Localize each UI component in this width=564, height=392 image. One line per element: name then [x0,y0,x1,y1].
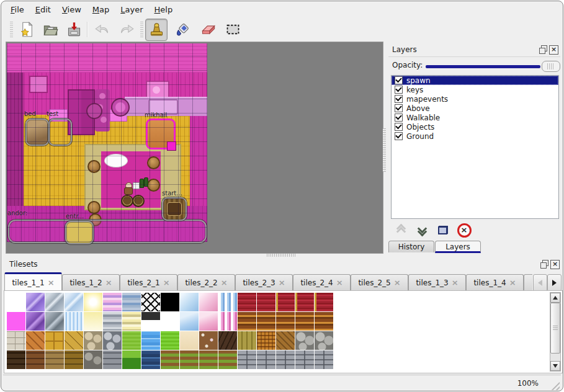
tile-cobble-gray[interactable] [103,331,122,350]
vertical-splitter[interactable] [383,42,387,252]
map-canvas[interactable]: bed test mikhail start... entr... andor: [7,43,207,242]
tile-drape-red-gold[interactable] [315,293,333,311]
layer-row[interactable]: Above [392,104,558,113]
raise-layer-button[interactable] [392,221,410,239]
tab-history[interactable]: History [388,241,434,252]
tile-wood-stripes[interactable] [276,312,295,331]
menu-edit[interactable]: Edit [30,3,56,16]
tile-glass-gray-dark[interactable] [45,312,64,331]
tile-stones-gray[interactable] [295,331,314,350]
tile-curtain-stripes-gray[interactable] [103,312,122,331]
tile-brick-gold[interactable] [65,350,83,369]
tile-stone-orange[interactable] [26,331,45,350]
tile-lattice[interactable] [141,293,160,311]
layer-visibility-checkbox[interactable] [395,132,403,140]
tile-curtain-stripes-pink[interactable] [103,293,122,311]
tile-tile-gold[interactable] [45,331,64,350]
tile-wood-stripes[interactable] [315,312,333,331]
map-object-bed[interactable] [25,118,49,146]
layer-visibility-checkbox[interactable] [395,86,403,94]
tileset-tab-tiles_1_4[interactable]: tiles_1_4× [466,274,524,290]
tab-close-icon[interactable]: × [336,280,343,286]
map-object-start[interactable] [162,197,187,221]
vertical-scrollbar[interactable] [550,292,561,372]
tile-curtain-stripes-steel[interactable] [122,293,141,311]
toolbar-drag-handle[interactable] [140,22,143,38]
menu-map[interactable]: Map [87,3,115,16]
splitter-grip[interactable] [383,128,386,172]
layer-row[interactable]: Walkable [392,113,558,122]
duplicate-layer-button[interactable] [434,221,452,239]
tile-stone-brick[interactable] [315,350,333,369]
tile-brick-dark[interactable] [7,350,25,369]
tile-shingles-dark[interactable] [218,331,237,350]
tile-curtain-blue-white[interactable] [218,293,237,311]
tile-water-dark[interactable] [141,350,160,369]
tab-close-icon[interactable]: × [163,280,170,286]
layer-row[interactable]: mapevents [392,94,558,104]
layer-visibility-checkbox[interactable] [395,76,403,84]
close-panel-icon[interactable]: × [550,260,560,269]
float-panel-icon[interactable] [540,260,548,268]
menu-file[interactable]: File [5,3,30,16]
tile-empty[interactable] [7,293,25,311]
close-panel-icon[interactable]: × [549,45,558,55]
tile-wood-stripes[interactable] [295,312,314,331]
scroll-down-button[interactable] [550,361,560,371]
tile-field-rows[interactable] [218,350,237,369]
map-object-test[interactable] [48,118,72,146]
tileset-tab-tiles_2_4[interactable]: tiles_2_4× [293,274,351,290]
tile-curtain-stripes-cream[interactable] [122,312,141,331]
tileset-tab-tiles_1_2[interactable]: tiles_1_2× [62,274,120,290]
menu-view[interactable]: View [56,3,87,16]
tile-water-blue[interactable] [141,331,160,350]
tile-field-rows[interactable] [199,350,218,369]
tab-close-icon[interactable]: × [509,280,516,286]
bucket-fill-button[interactable] [172,19,194,40]
menu-layer[interactable]: Layer [115,3,148,16]
tab-close-icon[interactable]: × [221,280,228,286]
tile-field-rows[interactable] [180,350,199,369]
tileset-tab-tiles_1_1[interactable]: tiles_1_1× [4,272,62,290]
tile-drape-red-gold[interactable] [295,293,314,311]
layer-visibility-checkbox[interactable] [395,123,403,131]
tab-close-icon[interactable]: × [394,280,401,286]
tile-drape-red-gold[interactable] [276,293,295,311]
lower-layer-button[interactable] [413,221,431,239]
scrollbar-thumb[interactable] [550,303,560,354]
layer-list[interactable]: spawnkeysmapeventsAboveWalkableObjectsGr… [391,75,559,219]
map-object-entrance[interactable] [65,221,94,244]
eraser-button[interactable] [197,19,218,40]
opacity-slider-handle[interactable] [542,61,560,72]
resize-grip[interactable] [550,380,560,390]
tile-pavement-gray[interactable] [7,331,25,350]
tab-close-icon[interactable]: × [105,280,112,286]
toolbar-drag-handle[interactable] [10,22,13,38]
tile-bright-magenta[interactable] [7,312,25,331]
float-panel-icon[interactable] [539,45,547,53]
tab-scroll-left-button[interactable] [533,274,547,292]
map-object-zone[interactable] [8,220,207,243]
tile-herringbone[interactable] [276,331,295,350]
tile-pane-pink[interactable] [199,293,218,311]
tile-pane-blue[interactable] [180,293,199,311]
tile-planks-olive[interactable] [238,331,256,350]
tile-palette-area[interactable] [4,290,563,373]
tab-close-icon[interactable]: × [279,280,285,286]
layer-row[interactable]: Objects [392,122,558,131]
tile-wood-stripes[interactable] [238,312,256,331]
layer-visibility-checkbox[interactable] [395,114,403,122]
tile-glass-blue[interactable] [65,293,83,311]
selection-handle[interactable] [167,141,176,151]
tile-window-pink[interactable] [199,312,218,331]
menu-help[interactable]: Help [149,3,179,16]
tile-water-sparkle[interactable] [65,312,83,331]
tab-close-icon[interactable]: × [48,280,55,286]
tile-stone-brick[interactable] [295,350,314,369]
horizontal-splitter[interactable] [4,252,560,257]
tileset-tab-tiles_1_3[interactable]: tiles_1_3× [408,274,466,290]
layer-visibility-checkbox[interactable] [395,104,403,112]
tile-stone-brick[interactable] [238,350,256,369]
tile-window-blue[interactable] [180,312,199,331]
tileset-tab-tiles_2_2[interactable]: tiles_2_2× [177,274,235,290]
